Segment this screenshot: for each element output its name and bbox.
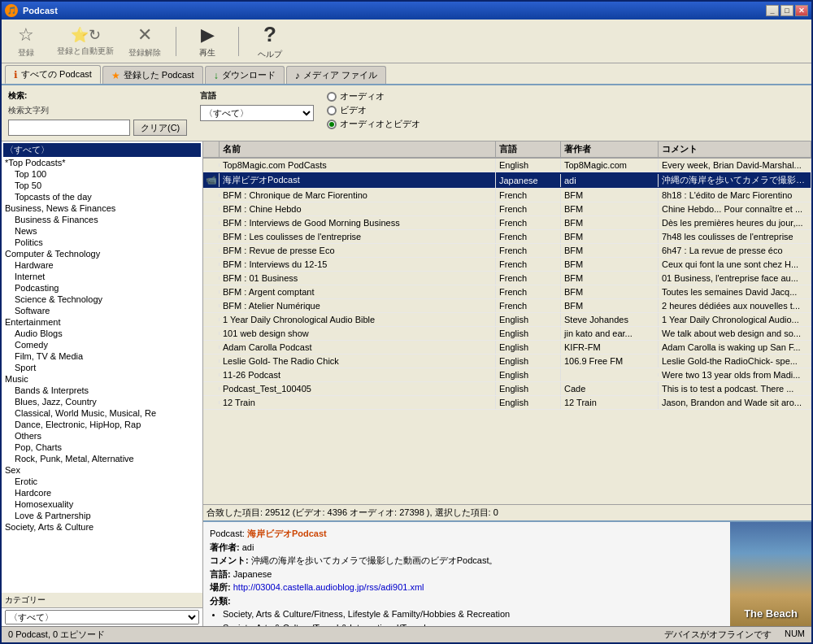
table-row[interactable]: 📹 海岸ビデオPodcast Japanese adi 沖縄の海岸を歩いてカメラ… bbox=[203, 172, 811, 189]
radio-audio-row[interactable]: オーディオ bbox=[327, 90, 420, 102]
detail-panel: Podcast: 海岸ビデオPodcast 著作者: adi コメント: 沖縄の… bbox=[203, 520, 811, 626]
detail-comment-row: コメント: 沖縄の海岸を歩いてカメラで撮影した動画のビデオPodcast。 bbox=[210, 554, 724, 568]
row-comment: We talk about web design and so... bbox=[659, 327, 811, 340]
table-row[interactable]: BFM : Argent comptant French BFM Toutes … bbox=[203, 285, 811, 299]
category-select[interactable]: 〈すべて〉 bbox=[5, 610, 199, 624]
tab-all[interactable]: ℹ すべての Podcast bbox=[5, 65, 101, 84]
maximize-button[interactable]: □ bbox=[780, 5, 793, 16]
radio-video-row[interactable]: ビデオ bbox=[327, 104, 420, 116]
tree-item-top-podcasts[interactable]: *Top Podcasts* bbox=[3, 157, 201, 168]
row-comment: Every week, Brian David-Marshal... bbox=[659, 159, 811, 172]
table-row[interactable]: 12 Train English 12 Train Jason, Brandon… bbox=[203, 396, 811, 410]
close-button[interactable]: ✕ bbox=[795, 5, 808, 16]
tree-item-topcasts[interactable]: Topcasts of the day bbox=[3, 191, 201, 202]
tree-item-blues[interactable]: Blues, Jazz, Country bbox=[3, 396, 201, 407]
play-button[interactable]: ▶ 再生 bbox=[189, 24, 225, 59]
tab-media[interactable]: ♪ メディア ファイル bbox=[286, 66, 386, 84]
minimize-button[interactable]: _ bbox=[766, 5, 779, 16]
unregister-button[interactable]: ✕ 登録解除 bbox=[127, 24, 163, 59]
search-input[interactable] bbox=[8, 120, 130, 136]
row-icon: 📹 bbox=[203, 173, 220, 187]
table-row[interactable]: BFM : Chronique de Marc Fiorentino Frenc… bbox=[203, 189, 811, 202]
tree-item-sex[interactable]: Sex bbox=[3, 464, 201, 476]
tree-item-top100[interactable]: Top 100 bbox=[3, 168, 201, 180]
tab-all-icon: ℹ bbox=[14, 69, 18, 80]
radio-both-row[interactable]: オーディオとビデオ bbox=[327, 118, 420, 130]
row-name: 1 Year Daily Chronological Audio Bible bbox=[220, 313, 496, 326]
tree-item-pop[interactable]: Pop, Charts bbox=[3, 442, 201, 453]
sidebar-tree[interactable]: 〈すべて〉 *Top Podcasts* Top 100 Top 50 Topc… bbox=[2, 141, 202, 593]
tree-item-erotic[interactable]: Erotic bbox=[3, 476, 201, 487]
search-row: クリア(C) bbox=[8, 120, 187, 136]
header-comment[interactable]: コメント bbox=[659, 141, 811, 157]
table-row[interactable]: Adam Carolla Podcast English KIFR-FM Ada… bbox=[203, 341, 811, 355]
tree-item-comedy[interactable]: Comedy bbox=[3, 339, 201, 350]
tree-item-hardware[interactable]: Hardware bbox=[3, 259, 201, 271]
radio-audio-label: オーディオ bbox=[340, 90, 385, 102]
tree-item-business-news[interactable]: Business, News & Finances bbox=[3, 202, 201, 214]
tree-item-business[interactable]: Business & Finances bbox=[3, 214, 201, 225]
table-row[interactable]: Leslie Gold- The Radio Chick English 106… bbox=[203, 355, 811, 368]
tree-item-software[interactable]: Software bbox=[3, 305, 201, 316]
radio-both[interactable] bbox=[327, 120, 337, 129]
header-lang[interactable]: 言語 bbox=[496, 141, 561, 157]
help-button[interactable]: ? ヘルプ bbox=[252, 22, 288, 60]
tree-item-music[interactable]: Music bbox=[3, 373, 201, 385]
table-row[interactable]: BFM : 01 Business French BFM 01 Business… bbox=[203, 272, 811, 285]
tree-item-love[interactable]: Love & Partnership bbox=[3, 510, 201, 521]
tree-item-audio-blogs[interactable]: Audio Blogs bbox=[3, 328, 201, 339]
tree-item-bands[interactable]: Bands & Interprets bbox=[3, 385, 201, 396]
table-row[interactable]: BFM : Interviews de Good Morning Busines… bbox=[203, 216, 811, 230]
header-author[interactable]: 著作者 bbox=[561, 141, 659, 157]
register-auto-button[interactable]: ⭐↻ 登録と自動更新 bbox=[57, 26, 114, 57]
tree-item-dance[interactable]: Dance, Electronic, HipHop, Rap bbox=[3, 419, 201, 430]
tree-item-computer[interactable]: Computer & Technology bbox=[3, 248, 201, 259]
table-row[interactable]: BFM : Les coulisses de l'entreprise Fren… bbox=[203, 230, 811, 244]
list-body[interactable]: Top8Magic.com PodCasts English Top8Magic… bbox=[203, 159, 811, 504]
tree-item-sport[interactable]: Sport bbox=[3, 362, 201, 373]
table-row[interactable]: BFM : Chine Hebdo French BFM Chine Hebdo… bbox=[203, 202, 811, 216]
radio-audio[interactable] bbox=[327, 92, 337, 102]
lang-select[interactable]: 〈すべて〉 English Japanese French bbox=[200, 105, 314, 121]
detail-url-value[interactable]: http://03004.castella.audioblog.jp/rss/a… bbox=[233, 582, 424, 592]
tree-item-homosexuality[interactable]: Homosexuality bbox=[3, 498, 201, 510]
table-row[interactable]: 11-26 Podcast English Were two 13 year o… bbox=[203, 368, 811, 382]
tree-item-hardcore[interactable]: Hardcore bbox=[3, 487, 201, 498]
table-row[interactable]: 101 web design show English jin kato and… bbox=[203, 327, 811, 341]
tree-item-internet[interactable]: Internet bbox=[3, 271, 201, 282]
tree-item-politics[interactable]: Politics bbox=[3, 237, 201, 248]
tree-item-rock[interactable]: Rock, Punk, Metal, Alternative bbox=[3, 453, 201, 464]
tab-download[interactable]: ↓ ダウンロード bbox=[205, 66, 285, 84]
tree-item-top50[interactable]: Top 50 bbox=[3, 180, 201, 191]
tree-item-others[interactable]: Others bbox=[3, 430, 201, 442]
table-row[interactable]: Top8Magic.com PodCasts English Top8Magic… bbox=[203, 159, 811, 172]
table-row[interactable]: BFM : Revue de presse Eco French BFM 6h4… bbox=[203, 244, 811, 258]
tree-item-entertainment[interactable]: Entertainment bbox=[3, 316, 201, 328]
tree-item-news[interactable]: News bbox=[3, 225, 201, 237]
radio-video[interactable] bbox=[327, 106, 337, 115]
table-row[interactable]: BFM : Atelier Numérique French BFM 2 heu… bbox=[203, 299, 811, 313]
tree-item-film[interactable]: Film, TV & Media bbox=[3, 350, 201, 362]
tree-item-classical[interactable]: Classical, World Music, Musical, Re bbox=[3, 407, 201, 419]
search-bar: 検索: 検索文字列 クリア(C) 言語 〈すべて〉 English Japane… bbox=[2, 85, 811, 141]
table-row[interactable]: BFM : Interviews du 12-15 French BFM Ceu… bbox=[203, 258, 811, 272]
detail-scroll[interactable]: Podcast: 海岸ビデオPodcast 著作者: adi コメント: 沖縄の… bbox=[203, 522, 730, 626]
tree-item-science[interactable]: Science & Technology bbox=[3, 294, 201, 305]
header-name[interactable]: 名前 bbox=[220, 141, 496, 157]
row-icon bbox=[203, 194, 220, 197]
tab-registered[interactable]: ★ 登録した Podcast bbox=[102, 66, 203, 84]
row-lang: English bbox=[496, 327, 561, 340]
tree-item-all[interactable]: 〈すべて〉 bbox=[3, 143, 201, 157]
tree-item-society[interactable]: Society, Arts & Culture bbox=[3, 521, 201, 533]
row-comment: Adam Carolla is waking up San F... bbox=[659, 341, 811, 354]
row-comment: Leslie Gold-the RadioChick- spe... bbox=[659, 355, 811, 368]
table-row[interactable]: Podcast_Test_100405 English Cade This is… bbox=[203, 382, 811, 396]
table-row[interactable]: 1 Year Daily Chronological Audio Bible E… bbox=[203, 313, 811, 327]
main-window: 🎵 Podcast _ □ ✕ ☆ 登録 ⭐↻ 登録と自動更新 ✕ 登録解除 ▶… bbox=[0, 0, 813, 644]
register-button[interactable]: ☆ 登録 bbox=[8, 24, 44, 59]
tree-item-podcasting[interactable]: Podcasting bbox=[3, 282, 201, 294]
clear-button[interactable]: クリア(C) bbox=[133, 120, 187, 136]
row-author: BFM bbox=[561, 189, 659, 202]
row-comment: 2 heures dédiées aux nouvelles t... bbox=[659, 299, 811, 312]
row-name: 11-26 Podcast bbox=[220, 368, 496, 381]
